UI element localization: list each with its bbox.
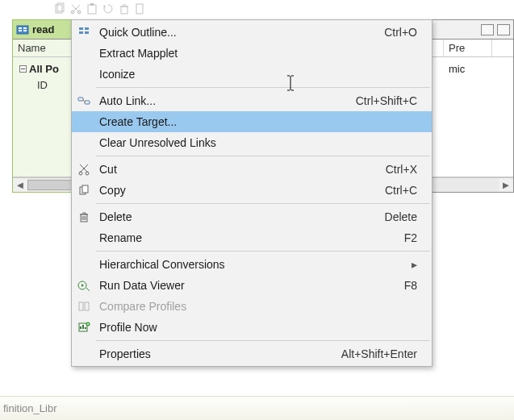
menu-separator	[96, 203, 430, 204]
menu-item-label: Clear Unresolved Links	[96, 136, 417, 149]
scroll-left-icon[interactable]: ◄	[13, 178, 27, 192]
svg-rect-25	[82, 185, 88, 193]
menu-item-accelerator: Alt+Shift+Enter	[341, 347, 417, 360]
outline-icon	[72, 26, 96, 39]
menu-item-label: Quick Outline...	[96, 26, 384, 39]
menu-item-label: Iconize	[96, 68, 417, 81]
menu-item-cut[interactable]: CutCtrl+X	[72, 159, 432, 180]
menu-item-properties[interactable]: PropertiesAlt+Shift+Enter	[72, 343, 432, 364]
submenu-arrow-icon: ▸	[409, 258, 417, 271]
menu-item-label: Profile Now	[96, 321, 417, 334]
menu-item-run-data-viewer[interactable]: Run Data ViewerF8	[72, 275, 432, 296]
menu-item-extract-mapplet[interactable]: Extract Mapplet	[72, 43, 432, 64]
new-icon	[134, 2, 147, 15]
svg-rect-12	[23, 30, 27, 31]
cut-icon	[72, 163, 96, 176]
top-toolbar	[0, 0, 514, 18]
menu-item-label: Compare Profiles	[96, 300, 417, 313]
menu-item-label: Extract Mapplet	[96, 47, 417, 60]
menu-item-label: Properties	[96, 347, 341, 360]
menu-item-create-target[interactable]: Create Target...	[72, 111, 432, 132]
menu-item-accelerator: F8	[404, 279, 417, 292]
menu-item-compare-profiles: Compare Profiles	[72, 296, 432, 317]
menu-item-delete[interactable]: DeleteDelete	[72, 206, 432, 227]
menu-item-iconize[interactable]: Iconize	[72, 64, 432, 85]
tree-child-label: ID	[37, 79, 48, 91]
collapse-icon[interactable]	[19, 65, 27, 73]
svg-rect-10	[19, 30, 22, 31]
menu-item-copy[interactable]: CopyCtrl+C	[72, 180, 432, 201]
menu-item-label: Create Target...	[96, 115, 417, 128]
bdm-value-label: mic	[449, 63, 465, 75]
svg-rect-18	[85, 27, 89, 30]
menu-item-label: Delete	[96, 210, 385, 223]
menu-item-rename[interactable]: RenameF2	[72, 227, 432, 248]
context-menu: Quick Outline...Ctrl+OExtract MappletIco…	[71, 19, 433, 367]
svg-rect-6	[121, 6, 127, 14]
menu-item-auto-link[interactable]: Auto Link...Ctrl+Shift+C	[72, 90, 432, 111]
autolink-icon	[72, 94, 96, 107]
menu-separator	[96, 340, 430, 341]
svg-rect-21	[85, 101, 90, 104]
menu-item-hierarchical[interactable]: Hierarchical Conversions▸	[72, 254, 432, 275]
menu-separator	[96, 87, 430, 88]
delete-icon	[72, 210, 96, 223]
menu-separator	[96, 156, 430, 156]
read-panel-icon	[16, 23, 29, 36]
svg-rect-20	[78, 98, 83, 101]
svg-rect-19	[85, 31, 89, 34]
column-pre-header[interactable]: Pre	[444, 40, 492, 56]
bdm-panel-max-button[interactable]	[497, 24, 510, 35]
svg-rect-4	[88, 5, 96, 14]
delete-icon	[118, 2, 131, 15]
profile-icon	[72, 321, 96, 334]
bottom-strip-label: finition_Libr	[3, 402, 57, 414]
menu-item-quick-outline[interactable]: Quick Outline...Ctrl+O	[72, 22, 432, 43]
svg-rect-7	[136, 4, 143, 14]
scroll-right-icon[interactable]: ►	[499, 178, 513, 192]
menu-item-accelerator: Ctrl+Shift+C	[356, 94, 417, 107]
copy-icon	[53, 2, 66, 15]
tree-root-label: All Po	[29, 63, 59, 75]
svg-rect-11	[23, 27, 27, 29]
menu-item-accelerator: Ctrl+C	[385, 184, 417, 197]
bottom-strip: finition_Libr	[0, 396, 514, 420]
svg-rect-28	[79, 302, 83, 310]
menu-item-label: Copy	[96, 184, 385, 197]
copy-icon	[72, 184, 96, 197]
svg-rect-16	[79, 27, 83, 30]
svg-rect-5	[90, 3, 94, 6]
menu-item-label: Hierarchical Conversions	[96, 258, 409, 271]
cut-icon	[69, 2, 82, 15]
svg-rect-29	[85, 302, 89, 310]
reload-icon	[102, 2, 115, 15]
menu-item-accelerator: F2	[404, 231, 417, 244]
svg-rect-17	[79, 31, 83, 34]
menu-item-label: Cut	[96, 163, 386, 176]
bdm-panel-min-button[interactable]	[481, 24, 494, 35]
menu-item-accelerator: Ctrl+X	[386, 163, 417, 176]
menu-item-label: Auto Link...	[96, 94, 356, 107]
run-icon	[72, 279, 96, 292]
svg-rect-9	[19, 27, 22, 29]
compare-icon	[72, 300, 96, 313]
paste-icon	[86, 2, 98, 15]
menu-item-clear-unresolved[interactable]: Clear Unresolved Links	[72, 132, 432, 153]
menu-item-label: Run Data Viewer	[96, 279, 404, 292]
menu-item-accelerator: Delete	[385, 210, 417, 223]
menu-item-label: Rename	[96, 231, 404, 244]
menu-item-accelerator: Ctrl+O	[384, 26, 417, 39]
menu-item-profile-now[interactable]: Profile Now	[72, 317, 432, 338]
menu-separator	[96, 251, 430, 252]
